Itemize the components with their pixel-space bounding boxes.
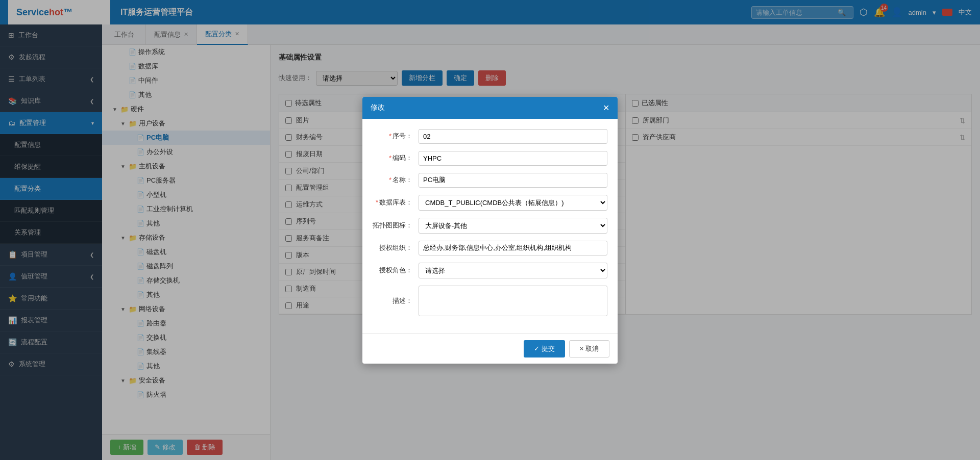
- cancel-button[interactable]: × 取消: [569, 340, 609, 357]
- modal-header: 修改 ✕: [362, 97, 618, 119]
- edit-modal: 修改 ✕ 序号： 编码： 名称： 数据库表： CMDB_T: [362, 97, 618, 364]
- db-label: 数据库表：: [373, 198, 419, 207]
- desc-textarea[interactable]: [419, 286, 607, 316]
- form-row-code: 编码：: [373, 151, 607, 166]
- auth-role-select[interactable]: 请选择: [419, 263, 607, 278]
- code-input[interactable]: [419, 151, 607, 166]
- name-input[interactable]: [419, 173, 607, 188]
- modal-footer: ✓ 提交 × 取消: [362, 334, 618, 364]
- form-row-desc: 描述：: [373, 286, 607, 316]
- form-row-seq: 序号：: [373, 129, 607, 144]
- modal-close-button[interactable]: ✕: [603, 103, 609, 113]
- form-row-name: 名称：: [373, 173, 607, 188]
- auth-role-label: 授权角色：: [373, 266, 419, 275]
- modal-overlay: 修改 ✕ 序号： 编码： 名称： 数据库表： CMDB_T: [0, 0, 980, 460]
- topo-label: 拓扑图图标：: [373, 221, 419, 230]
- submit-button[interactable]: ✓ 提交: [524, 340, 565, 357]
- seq-input[interactable]: [419, 129, 607, 144]
- topo-icon-select[interactable]: 大屏设备-其他: [419, 218, 607, 234]
- desc-label: 描述：: [373, 296, 419, 305]
- auth-org-label: 授权组织：: [373, 243, 419, 252]
- db-table-select[interactable]: CMDB_T_PUBLIC(CMDB公共表（拓展信息）): [419, 195, 607, 211]
- name-label: 名称：: [373, 175, 419, 185]
- modal-title: 修改: [371, 103, 385, 112]
- form-row-topo: 拓扑图图标： 大屏设备-其他: [373, 218, 607, 234]
- form-row-db: 数据库表： CMDB_T_PUBLIC(CMDB公共表（拓展信息）): [373, 195, 607, 211]
- form-row-auth-role: 授权角色： 请选择: [373, 263, 607, 278]
- auth-org-input[interactable]: [419, 241, 607, 255]
- modal-body: 序号： 编码： 名称： 数据库表： CMDB_T_PUBLIC(CMDB公共表（…: [362, 119, 618, 334]
- code-label: 编码：: [373, 154, 419, 163]
- form-row-auth-org: 授权组织：: [373, 241, 607, 255]
- seq-label: 序号：: [373, 132, 419, 141]
